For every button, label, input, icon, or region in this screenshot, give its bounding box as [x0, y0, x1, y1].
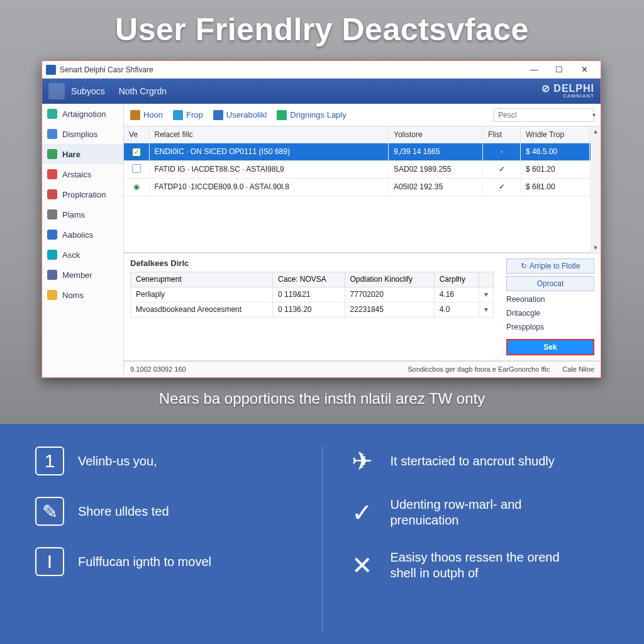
- action-link-0[interactable]: Reeonation: [506, 294, 594, 305]
- app-icon: [46, 65, 56, 75]
- scrollbar[interactable]: ▲ ▼: [591, 126, 601, 253]
- feature-icon: ✎: [35, 497, 64, 526]
- detail-grid[interactable]: CenerupmentCace: NOVSAOpdlation Kinoclif…: [130, 272, 494, 318]
- ribbon-bar: Subyocs Noth Crgrdn ⊘ DELPHI CAMNIANT: [42, 79, 601, 104]
- search-input[interactable]: [498, 111, 592, 119]
- toolbar-label: Hoon: [143, 110, 163, 119]
- sidebar-label: Member: [62, 270, 92, 280]
- sidebar-label: Arstaics: [62, 170, 91, 179]
- scroll-down-icon[interactable]: ▼: [591, 243, 601, 253]
- table-row[interactable]: ◉FATDP10 ·1ICCDE809.9.0 · ASTAI.90l.8A05…: [124, 178, 601, 196]
- sidebar-item-4[interactable]: Proplcration: [42, 184, 123, 204]
- action-panel: ↻Arriple to Flotle Oprocat Reeonation Dr…: [500, 253, 601, 360]
- sidebar-item-9[interactable]: Noms: [42, 285, 123, 305]
- sidebar-item-6[interactable]: Aaboiics: [42, 225, 123, 245]
- toolbar-label: Frop: [186, 110, 203, 119]
- detail-header[interactable]: Opdlation Kinoclify: [345, 272, 434, 287]
- main-grid[interactable]: VeRelacet fillcYolistoreFlistWridle Trop…: [124, 126, 601, 196]
- checkbox-icon[interactable]: [132, 164, 141, 173]
- status-mid: Sondiccbos ger dagb foora e EarGonorcho …: [408, 365, 550, 373]
- chevron-down-icon[interactable]: ▾: [592, 111, 596, 118]
- minimize-button[interactable]: —: [521, 63, 547, 77]
- scroll-up-icon[interactable]: ▲: [591, 126, 601, 136]
- grid-header[interactable]: Relacet fillc: [149, 126, 389, 143]
- sidebar-item-8[interactable]: Member: [42, 265, 123, 285]
- action-button-2[interactable]: Oprocat: [506, 276, 594, 291]
- feature-panel: 1Velinb-us you,✎Shore ulldes tedIFulffuc…: [0, 424, 644, 644]
- feature-icon: I: [35, 547, 64, 576]
- grid-header[interactable]: Ve: [124, 126, 149, 143]
- status-left: 9.1002 03092 160: [130, 365, 186, 373]
- feature-item: 1Velinb-us you,: [35, 447, 297, 475]
- detail-header[interactable]: Cace: NOVSA: [273, 272, 345, 287]
- grid-container: VeRelacet fillcYolistoreFlistWridle Trop…: [124, 126, 601, 253]
- status-right: Cale Niloe: [562, 365, 594, 373]
- sidebar-label: Asck: [62, 250, 80, 260]
- sidebar-item-3[interactable]: Arstaics: [42, 164, 123, 184]
- feature-icon: ✈: [348, 447, 377, 475]
- toolbar-item-0[interactable]: Hoon: [130, 110, 163, 120]
- sidebar-item-1[interactable]: Dismplios: [42, 124, 123, 144]
- window-title: Senart Delphi Casr Shfivare: [60, 65, 521, 74]
- sidebar-icon: [47, 250, 57, 260]
- sidebar-label: Aaboiics: [62, 230, 93, 240]
- feature-item: ✎Shore ulldes ted: [35, 497, 297, 526]
- ribbon-tab-0[interactable]: Subyocs: [71, 86, 105, 96]
- feature-text: Shore ulldes ted: [78, 504, 169, 519]
- toolbar-item-3[interactable]: Drignings Laply: [277, 110, 347, 120]
- app-window: Senart Delphi Casr Shfivare — ☐ ✕ Subyoc…: [42, 60, 601, 378]
- close-button[interactable]: ✕: [572, 63, 597, 77]
- feature-text: Easisy thoos ressen the orend shell in o…: [391, 550, 579, 581]
- feature-text: Fulffucan ignth to movel: [78, 554, 211, 570]
- feature-icon: 1: [35, 447, 64, 475]
- check-icon[interactable]: ✓: [132, 148, 141, 157]
- search-select[interactable]: ▾: [494, 108, 594, 122]
- sidebar-icon: [47, 189, 57, 199]
- feature-item: IFulffucan ignth to movel: [35, 547, 297, 576]
- sidebar-label: Dismplios: [62, 130, 97, 139]
- toolbar-item-1[interactable]: Frop: [173, 110, 203, 120]
- table-row[interactable]: ✓ENDI0IC · ON SICED OP0111 (IS0 689)9,/3…: [124, 143, 601, 160]
- maximize-button[interactable]: ☐: [547, 63, 572, 77]
- sidebar-icon: [47, 270, 57, 280]
- sidebar-label: Plams: [62, 210, 85, 219]
- sidebar-label: Proplcration: [62, 190, 106, 199]
- feature-icon: ✓: [348, 498, 377, 527]
- toolbar-label: Drignings Laply: [290, 110, 347, 119]
- sub-headline: Nears ba opportions the insth nlatil are…: [0, 390, 644, 408]
- action-link-1[interactable]: Dritaocgle: [506, 308, 594, 319]
- feature-text: Velinb-us you,: [78, 453, 157, 469]
- sidebar: ArtaignotionDismpliosHareArstaicsProplcr…: [42, 104, 124, 377]
- detail-header[interactable]: Carplhy: [434, 272, 479, 287]
- action-button-1[interactable]: ↻Arriple to Flotle: [506, 258, 594, 274]
- toolbar-icon: [277, 110, 287, 120]
- status-bar: 9.1002 03092 160 Sondiccbos ger dagb foo…: [124, 361, 601, 377]
- grid-header[interactable]: Yolistore: [389, 126, 483, 143]
- primary-action-button[interactable]: Sek: [506, 339, 594, 355]
- target-icon[interactable]: ◉: [133, 182, 140, 191]
- detail-row[interactable]: Perliaply0 119&21777020204.16▾: [131, 287, 494, 302]
- sidebar-label: Hare: [62, 150, 80, 159]
- sidebar-item-2[interactable]: Hare: [42, 144, 123, 164]
- ribbon-tab-1[interactable]: Noth Crgrdn: [119, 86, 167, 96]
- ribbon-home-icon[interactable]: [48, 83, 65, 99]
- sidebar-icon: [47, 290, 57, 300]
- feature-text: It stertacied to ancrout shudly: [391, 453, 555, 469]
- detail-header[interactable]: Cenerupment: [131, 272, 273, 287]
- toolbar-label: Userabolikl: [226, 110, 267, 119]
- action-link-2[interactable]: Prespplops: [506, 321, 594, 333]
- toolbar-item-2[interactable]: Userabolikl: [213, 110, 267, 120]
- grid-header[interactable]: Wridle Trop: [521, 126, 590, 143]
- sidebar-item-5[interactable]: Plams: [42, 204, 123, 225]
- table-row[interactable]: FATID IG · IACDET88.SC · ASTAI98L9SAD02 …: [124, 160, 601, 178]
- detail-row[interactable]: Mvoasdbookeand Areocesment0 1136.2022231…: [131, 302, 494, 317]
- grid-header[interactable]: Flist: [483, 126, 521, 143]
- toolbar: HoonFropUseraboliklDrignings Laply ▾: [124, 104, 601, 126]
- sidebar-icon: [47, 149, 57, 159]
- feature-item: ✈It stertacied to ancrout shudly: [348, 447, 609, 475]
- toolbar-icon: [130, 110, 140, 120]
- sidebar-icon: [47, 230, 57, 240]
- sidebar-item-7[interactable]: Asck: [42, 245, 123, 265]
- detail-title: Defalkees Dirlc: [130, 257, 494, 272]
- sidebar-item-0[interactable]: Artaignotion: [42, 104, 123, 124]
